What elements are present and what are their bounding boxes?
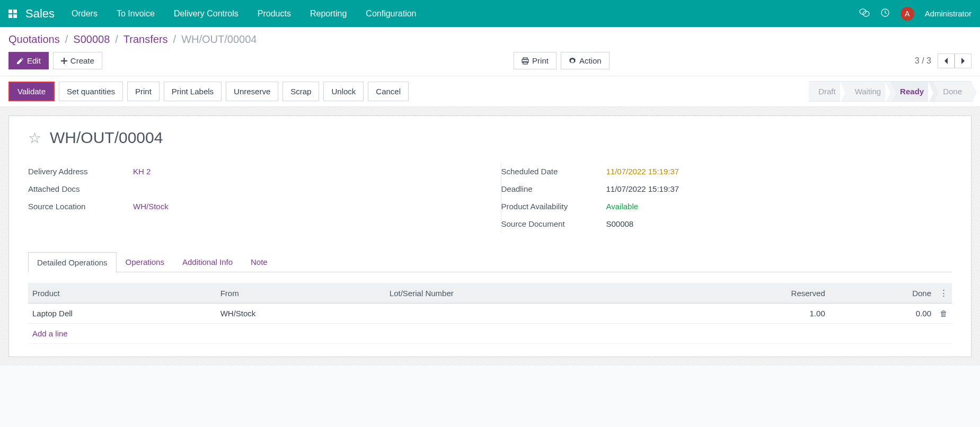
unreserve-button[interactable]: Unreserve [226,82,278,101]
plus-icon [61,58,67,64]
gear-icon [569,57,576,65]
print-labels-button[interactable]: Print Labels [164,82,222,101]
app-title[interactable]: Sales [25,7,55,21]
chevron-right-icon [960,57,966,65]
attached-docs-value [129,184,480,193]
status-done[interactable]: Done [933,81,972,102]
source-document-value: S00008 [602,219,952,228]
availability-label: Product Availability [501,202,602,211]
set-quantities-button[interactable]: Set quantities [59,82,123,101]
pencil-icon [16,57,24,65]
add-line-label: Add a line [28,324,952,344]
status-ready[interactable]: Ready [890,81,933,102]
delivery-address-label: Delivery Address [28,167,129,176]
chevron-left-icon [943,57,949,65]
deadline-value: 11/07/2022 15:19:37 [602,184,952,193]
source-location-value[interactable]: WH/Stock [129,202,480,211]
user-avatar[interactable]: A [900,7,914,21]
cell-done: 0.00 [829,304,935,324]
cell-product: Laptop Dell [28,304,216,324]
source-document-label: Source Document [501,219,602,228]
deadline-label: Deadline [501,184,602,193]
table-row[interactable]: Laptop Dell WH/Stock 1.00 0.00 🗑 [28,304,952,324]
star-icon[interactable]: ☆ [28,129,41,147]
delivery-address-value[interactable]: KH 2 [129,167,480,176]
th-options[interactable]: ⋮ [935,283,952,304]
sheet-background: ☆ WH/OUT/00004 Delivery Address KH 2 Att… [0,107,980,366]
cell-reserved: 1.00 [665,304,829,324]
cell-from: WH/Stock [216,304,385,324]
status-steps: Draft Waiting Ready Done [809,81,972,102]
pager[interactable]: 3 / 3 [915,56,931,66]
control-bar: Quotations / S00008 / Transfers / WH/OUT… [0,27,980,76]
print-picking-button[interactable]: Print [127,82,160,101]
apps-grid-icon[interactable] [8,10,17,18]
chat-icon[interactable] [859,8,870,19]
clock-icon[interactable] [880,8,890,19]
cell-lot [385,304,665,324]
top-nav: Sales Orders To Invoice Delivery Control… [0,0,980,27]
nav-orders[interactable]: Orders [72,9,98,19]
prev-button[interactable] [938,54,955,68]
crumb-transfers[interactable]: Transfers [123,33,168,46]
nav-configuration[interactable]: Configuration [366,9,416,19]
action-label: Action [579,56,602,65]
nav-right: A Administrator [859,7,972,21]
printer-icon [522,57,529,65]
status-bar: Validate Set quantities Print Print Labe… [0,76,980,107]
print-label: Print [532,56,549,65]
scheduled-date-label: Scheduled Date [501,167,602,176]
nav-delivery-controls[interactable]: Delivery Controls [174,9,239,19]
action-button[interactable]: Action [561,52,610,69]
unlock-button[interactable]: Unlock [323,82,364,101]
create-label: Create [70,56,94,65]
nav-reporting[interactable]: Reporting [310,9,347,19]
edit-label: Edit [27,56,41,65]
source-location-label: Source Location [28,202,129,211]
tab-operations[interactable]: Operations [117,252,173,272]
form-right: Scheduled Date 11/07/2022 15:19:37 Deadl… [501,163,952,233]
next-button[interactable] [955,54,972,68]
add-line-row[interactable]: Add a line [28,324,952,344]
form-left: Delivery Address KH 2 Attached Docs Sour… [28,163,480,233]
notebook-tabs: Detailed Operations Operations Additiona… [28,252,952,272]
record-title: WH/OUT/00004 [50,129,163,147]
crumb-current: WH/OUT/00004 [181,33,257,46]
form-sheet: ☆ WH/OUT/00004 Delivery Address KH 2 Att… [8,115,972,357]
validate-button[interactable]: Validate [10,83,54,100]
create-button[interactable]: Create [53,52,102,69]
crumb-sep: / [173,33,176,46]
delete-row-icon[interactable]: 🗑 [940,309,948,318]
nav-products[interactable]: Products [258,9,291,19]
nav-menu: Orders To Invoice Delivery Controls Prod… [72,9,859,19]
availability-value: Available [602,202,952,211]
th-lot[interactable]: Lot/Serial Number [385,283,665,304]
validate-highlight: Validate [8,82,55,101]
breadcrumb: Quotations / S00008 / Transfers / WH/OUT… [8,33,972,46]
crumb-quotations[interactable]: Quotations [8,33,60,46]
user-name[interactable]: Administrator [925,9,972,18]
nav-to-invoice[interactable]: To Invoice [117,9,155,19]
th-reserved[interactable]: Reserved [665,283,829,304]
scheduled-date-value: 11/07/2022 15:19:37 [602,167,952,176]
th-done[interactable]: Done [829,283,935,304]
tab-detailed-operations[interactable]: Detailed Operations [28,252,117,272]
th-product[interactable]: Product [28,283,216,304]
crumb-sep: / [65,33,68,46]
status-waiting[interactable]: Waiting [845,81,890,102]
tab-additional-info[interactable]: Additional Info [173,252,242,272]
operations-table: Product From Lot/Serial Number Reserved … [28,283,952,344]
print-button[interactable]: Print [514,52,557,69]
th-from[interactable]: From [216,283,385,304]
tab-note[interactable]: Note [242,252,277,272]
crumb-s00008[interactable]: S00008 [73,33,110,46]
crumb-sep: / [115,33,118,46]
attached-docs-label: Attached Docs [28,184,129,193]
edit-button[interactable]: Edit [8,52,49,69]
scrap-button[interactable]: Scrap [282,82,319,101]
cancel-button[interactable]: Cancel [368,82,409,101]
